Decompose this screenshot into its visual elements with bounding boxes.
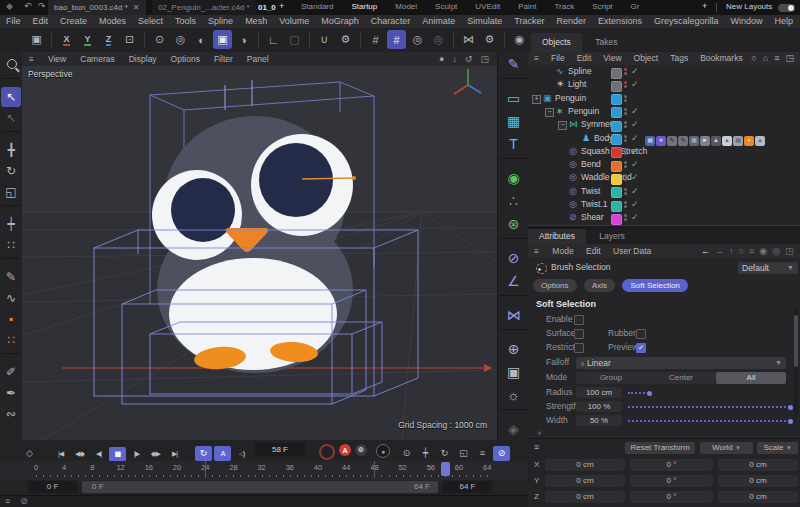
enabled-check-icon[interactable]: ✓ (631, 132, 639, 145)
coord-hamburger-icon[interactable]: ≡ (534, 442, 539, 452)
viewport-menu-filter[interactable]: Filter (207, 54, 240, 64)
om-menu-object[interactable]: Object (628, 53, 665, 63)
autokey-ring-button[interactable] (319, 444, 335, 460)
layout-tab-paint[interactable]: Paint (509, 0, 545, 15)
visibility-dots[interactable] (624, 94, 627, 103)
spline-workplane-icon[interactable]: ∠ (502, 270, 526, 292)
attr-lock-icon[interactable]: ◉ (757, 246, 770, 256)
coord-x-pos[interactable]: 0 cm (545, 459, 625, 471)
layer-color-chip[interactable] (611, 134, 622, 145)
close-tab-icon[interactable]: ✕ (133, 3, 140, 12)
effector-icon[interactable]: ⊛ (502, 213, 526, 235)
range-slider[interactable]: 0 F 64 F (82, 481, 438, 493)
coord-y-pos[interactable]: 0 cm (545, 475, 625, 487)
enabled-check-icon[interactable]: ✓ (631, 185, 639, 198)
viewport-search-icon[interactable] (0, 53, 24, 75)
visibility-dots[interactable] (624, 80, 627, 89)
new-document-button[interactable]: + (279, 1, 284, 11)
tab-layers[interactable]: Layers (588, 229, 636, 244)
visibility-dots[interactable] (624, 160, 627, 169)
coord-x-rot[interactable]: 0 ° (630, 459, 713, 471)
layer-color-chip[interactable] (611, 187, 622, 198)
attr-filter-icon[interactable]: ≡ (747, 246, 757, 256)
attr-up-icon[interactable]: ↑ (727, 246, 737, 256)
ring-a-icon[interactable]: ◎ (408, 30, 427, 49)
layer-color-chip[interactable] (611, 161, 622, 172)
symmetry-object-icon[interactable]: ⋈ (502, 304, 526, 326)
menu-extensions[interactable]: Extensions (592, 16, 648, 26)
workplane-icon[interactable]: ⊡ (120, 30, 139, 49)
autokey-button[interactable]: A (339, 444, 351, 456)
object-row-light[interactable]: ☀Light✓ (528, 78, 800, 91)
coord-y-scale[interactable]: 0 cm (718, 475, 798, 487)
object-name[interactable]: Light (568, 78, 586, 91)
menu-modes[interactable]: Modes (93, 16, 132, 26)
menu-mesh[interactable]: Mesh (239, 16, 273, 26)
om-home-icon[interactable]: ⌂ (760, 53, 771, 63)
layer-color-chip[interactable] (611, 94, 622, 105)
preview-checkbox[interactable] (636, 343, 646, 353)
object-row-penguin[interactable]: +▣Penguin (528, 92, 800, 105)
coord-z-rot[interactable]: 0 ° (630, 491, 713, 503)
add-layout-button[interactable]: + (702, 1, 707, 11)
coord-x-scale[interactable]: 0 cm (718, 459, 798, 471)
tab-options[interactable]: Options (533, 279, 577, 292)
rubber-checkbox[interactable] (636, 329, 646, 339)
layout-tab-track[interactable]: Track (545, 0, 583, 15)
menu-tools[interactable]: Tools (169, 16, 202, 26)
pen-tool-icon[interactable]: ✒ (1, 383, 21, 403)
viewport-menu-cameras[interactable]: Cameras (73, 54, 121, 64)
material-icon[interactable]: ◈ (502, 418, 526, 440)
enabled-check-icon[interactable]: ✓ (631, 198, 639, 211)
attr-back-icon[interactable]: ← (699, 246, 713, 256)
enabled-check-icon[interactable]: ✓ (631, 171, 639, 184)
enabled-check-icon[interactable]: ✓ (631, 65, 639, 78)
key-position-button[interactable]: ⊙ (398, 446, 415, 461)
snap-vertex-icon[interactable]: ◎ (171, 30, 190, 49)
tab-takes[interactable]: Takes (584, 33, 628, 52)
key-move-button[interactable]: ┿ (417, 446, 434, 461)
visibility-dots[interactable] (624, 213, 627, 222)
object-row-shear[interactable]: ⊘Shear✓ (528, 211, 800, 224)
layer-color-chip[interactable] (611, 121, 622, 132)
layer-color-chip[interactable] (611, 107, 622, 118)
expander-icon[interactable]: − (558, 121, 567, 130)
loop-mode-button[interactable]: ↻ (195, 446, 212, 461)
object-row-spline[interactable]: ∿Spline✓ (528, 65, 800, 78)
attr-menu-userdata[interactable]: User Data (608, 246, 656, 256)
scale-tool-icon[interactable]: ◱ (1, 182, 21, 202)
layout-tab-gr[interactable]: Gr (622, 0, 649, 15)
coord-mode-dropdown[interactable]: Scale ▼ (757, 442, 798, 454)
modeling-settings-icon[interactable]: ⚙ (336, 30, 355, 49)
enabled-check-icon[interactable]: ✓ (631, 145, 639, 158)
tab-axis[interactable]: Axis (584, 279, 615, 292)
document-tab-02-penguin-acter-c4d[interactable]: 02_Penguin_...acter.c4d * (152, 0, 256, 15)
visibility-dots[interactable] (624, 107, 627, 116)
keyframe-diamond-icon[interactable]: ◇ (21, 446, 38, 461)
subdivision-surface-icon[interactable]: ◉ (502, 167, 526, 189)
cube-primitive-icon[interactable]: ▦ (502, 110, 526, 132)
om-hamburger-icon[interactable]: ≡ (528, 53, 545, 63)
menu-volume[interactable]: Volume (273, 16, 315, 26)
radius-slider[interactable] (628, 392, 649, 394)
arc-tool-icon[interactable]: ∿ (1, 288, 21, 308)
object-name[interactable]: Penguin (555, 92, 586, 105)
next-frame-button[interactable]: |▶ (128, 447, 145, 462)
rotate-tool-icon[interactable]: ↻ (1, 161, 21, 181)
om-search-icon[interactable]: ○ (748, 53, 759, 63)
viewport-pin-icon[interactable]: ↓ (448, 54, 461, 64)
axis-mode-icon[interactable]: ∟ (264, 30, 283, 49)
spline-pen-icon[interactable]: ✎ (502, 53, 526, 75)
tab-attributes[interactable]: Attributes (528, 229, 586, 244)
viewport-menu-display[interactable]: Display (122, 54, 164, 64)
point-pen-tool-icon[interactable]: ✎ (1, 267, 21, 287)
viewport-menu-view[interactable]: View (41, 54, 73, 64)
menu-select[interactable]: Select (132, 16, 169, 26)
axis-center-icon[interactable]: ▢ (285, 30, 304, 49)
status-menu-icon[interactable]: ≡ (0, 496, 15, 506)
om-menu-edit[interactable]: Edit (571, 53, 598, 63)
viewport-menu-options[interactable]: Options (164, 54, 207, 64)
visibility-dots[interactable] (624, 200, 627, 209)
attr-hamburger-icon[interactable]: ≡ (528, 246, 545, 256)
menu-window[interactable]: Window (725, 16, 769, 26)
